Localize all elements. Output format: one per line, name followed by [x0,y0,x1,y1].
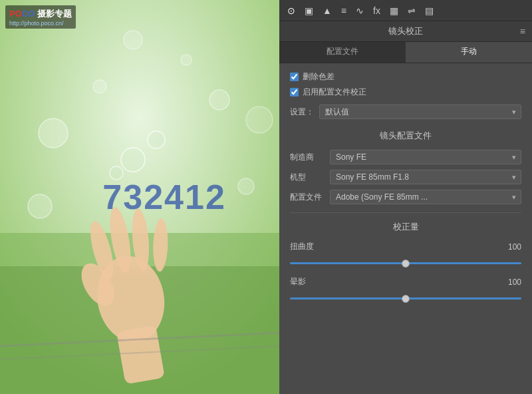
checkbox-aberration-label: 删除色差 [303,71,334,83]
panel-title: 镜头校正 [388,25,423,37]
checkbox-profile[interactable] [290,88,299,97]
watermark: 732412 [102,177,226,217]
manufacturer-select[interactable]: Sony FE Canon Nikon [330,150,521,164]
toolbar-icon-list[interactable]: ▤ [422,4,436,17]
checkbox-row-profile: 启用配置文件校正 [290,87,521,98]
profile-select[interactable]: Adobe (Sony FE 85mm ... [330,190,521,204]
vignette-section: 晕影 100 [290,276,521,302]
toolbar-icon-triangle[interactable]: ▲ [320,4,334,17]
manufacturer-label: 制造商 [290,152,330,163]
toolbar: ⊙ ▣ ▲ ≡ ∿ fx ▦ ⇌ ▤ [279,0,532,21]
vignette-value: 100 [501,278,521,287]
vignette-slider[interactable] [290,297,521,299]
correction-title: 校正量 [290,221,521,233]
model-select-wrapper: Sony FE 85mm F1.8 [330,170,521,184]
content-area: 删除色差 启用配置文件校正 设置： 默认值 自定义 镜头配置文件 制造商 Son… [279,63,532,394]
toolbar-icon-table[interactable]: ▦ [387,4,401,17]
settings-select[interactable]: 默认值 自定义 [319,104,521,119]
tab-bar: 配置文件 手动 [279,42,532,63]
model-row: 机型 Sony FE 85mm F1.8 [290,170,521,184]
svg-point-3 [39,118,68,148]
checkbox-aberration[interactable] [290,73,299,81]
profile-row: 配置文件 Adobe (Sony FE 85mm ... [290,190,521,204]
lens-profile-title: 镜头配置文件 [290,130,521,142]
manufacturer-select-wrapper: Sony FE Canon Nikon [330,150,521,164]
settings-label: 设置： [290,106,314,118]
poco-logo-url: http://photo.poco.cn/ [9,20,72,27]
svg-point-8 [181,55,192,65]
model-label: 机型 [290,172,330,183]
toolbar-icon-grid[interactable]: ▣ [302,4,316,17]
toolbar-icon-arrows[interactable]: ⇌ [405,4,418,17]
poco-logo: POCO 摄影专题 http://photo.poco.cn/ [5,5,76,29]
vignette-header: 晕影 100 [290,276,521,288]
svg-point-5 [28,194,52,218]
svg-point-10 [124,31,142,49]
panel-header: 镜头校正 ≡ [279,21,532,42]
distortion-value: 100 [501,242,521,252]
distortion-slider[interactable] [290,262,521,264]
settings-select-wrapper: 默认值 自定义 [319,104,521,119]
toolbar-icon-wave[interactable]: ∿ [353,4,366,17]
svg-point-6 [238,178,254,194]
vignette-label: 晕影 [290,276,306,288]
toolbar-icon-fx[interactable]: fx [370,4,383,17]
model-select[interactable]: Sony FE 85mm F1.8 [330,170,521,184]
tab-profile[interactable]: 配置文件 [279,42,406,63]
distortion-label: 扭曲度 [290,241,314,252]
svg-point-7 [93,80,106,93]
svg-point-18 [121,148,145,172]
vignette-slider-container [290,290,521,302]
distortion-section: 扭曲度 100 [290,241,521,267]
manufacturer-row: 制造商 Sony FE Canon Nikon [290,150,521,164]
divider [290,212,521,213]
right-panel: ⊙ ▣ ▲ ≡ ∿ fx ▦ ⇌ ▤ 镜头校正 ≡ 配置文件 手动 删除色差 启… [279,0,532,394]
checkbox-profile-label: 启用配置文件校正 [303,87,366,98]
distortion-slider-container [290,255,521,267]
svg-point-9 [246,106,273,133]
poco-logo-text: POCO 摄影专题 [9,9,72,19]
toolbar-icon-circle[interactable]: ⊙ [285,4,298,17]
panel-menu-icon[interactable]: ≡ [520,26,525,37]
settings-row: 设置： 默认值 自定义 [290,104,521,119]
photo-panel: POCO 摄影专题 http://photo.poco.cn/ 732412 [0,0,279,394]
svg-point-4 [209,90,229,110]
checkbox-row-aberration: 删除色差 [290,71,521,83]
profile-label: 配置文件 [290,192,330,203]
profile-select-wrapper: Adobe (Sony FE 85mm ... [330,190,521,204]
toolbar-icon-lines[interactable]: ≡ [338,4,349,17]
distortion-header: 扭曲度 100 [290,241,521,252]
svg-point-19 [148,131,165,148]
tab-manual[interactable]: 手动 [406,42,532,63]
